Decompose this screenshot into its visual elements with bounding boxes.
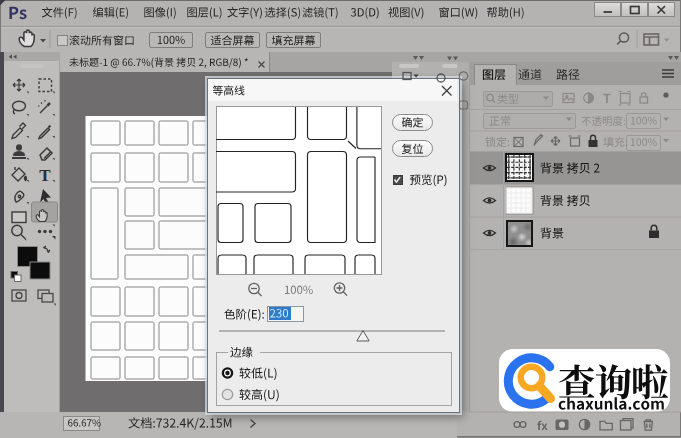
svg-text:T: T (39, 166, 51, 185)
